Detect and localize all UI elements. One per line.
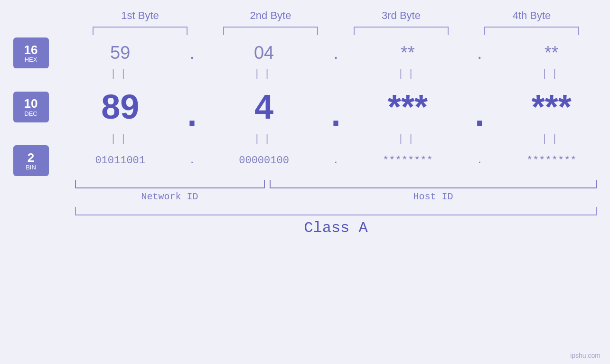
dec-label-box: 10 DEC — [13, 92, 49, 122]
hex-value-1: 59 — [68, 43, 172, 63]
equals-row-2: || || || || — [0, 133, 610, 145]
dec-value-2: 4 — [212, 87, 316, 126]
full-bracket-row — [75, 207, 597, 215]
hex-row: 16 HEX 59 . 04 . ** . ** — [0, 37, 610, 68]
dec-value-3: *** — [356, 87, 460, 126]
bin-label-base: BIN — [26, 164, 36, 170]
equals-7: || — [356, 133, 460, 145]
bottom-bracket-row — [75, 180, 597, 188]
bin-label-box: 2 BIN — [13, 145, 49, 176]
dec-dot-1: . — [185, 80, 199, 133]
hex-values-area: 59 . 04 . ** . ** — [62, 43, 610, 63]
dec-value-4: *** — [499, 87, 604, 126]
bracket-4 — [484, 27, 579, 35]
equals-4: || — [499, 68, 604, 80]
host-bracket — [270, 180, 597, 188]
bin-value-3: ******** — [356, 155, 460, 167]
equals-area-2: || || || || — [62, 133, 610, 145]
hex-label-box: 16 HEX — [13, 37, 49, 68]
hex-dot-2: . — [328, 43, 343, 63]
equals-3: || — [356, 68, 460, 80]
network-bracket — [75, 180, 265, 188]
hex-dot-3: . — [472, 43, 487, 63]
main-container: 1st Byte 2nd Byte 3rd Byte 4th Byte 16 H… — [0, 0, 610, 364]
bin-row: 2 BIN 01011001 . 00000100 . ******** . *… — [0, 145, 610, 176]
dec-row: 10 DEC 89 . 4 . *** . *** — [0, 80, 610, 133]
host-id-label: Host ID — [270, 191, 597, 202]
dec-values-area: 89 . 4 . *** . *** — [62, 80, 610, 133]
bracket-1 — [93, 27, 188, 35]
hex-value-4: ** — [499, 43, 604, 63]
top-bracket-row — [75, 27, 597, 35]
dec-dot-2: . — [328, 80, 343, 133]
byte-header-4: 4th Byte — [479, 9, 584, 22]
dec-label-container: 10 DEC — [0, 92, 62, 122]
bin-value-1: 01011001 — [68, 155, 172, 167]
bin-values-area: 01011001 . 00000100 . ******** . *******… — [62, 155, 610, 167]
class-label: Class A — [75, 219, 597, 237]
dec-label-base: DEC — [24, 111, 37, 117]
hex-value-2: 04 — [212, 43, 316, 63]
byte-headers: 1st Byte 2nd Byte 3rd Byte 4th Byte — [75, 9, 597, 22]
id-labels-row: Network ID Host ID — [75, 191, 597, 202]
bin-label-container: 2 BIN — [0, 145, 62, 176]
hex-label-base: HEX — [25, 56, 38, 63]
bin-label-number: 2 — [28, 151, 34, 165]
byte-header-1: 1st Byte — [88, 9, 192, 22]
hex-label-container: 16 HEX — [0, 37, 62, 68]
dec-dot-3: . — [472, 80, 487, 133]
equals-1: || — [68, 68, 172, 80]
bin-dot-1: . — [185, 155, 199, 167]
bracket-3 — [354, 27, 449, 35]
bracket-2 — [223, 27, 318, 35]
equals-2: || — [212, 68, 316, 80]
hex-dot-1: . — [185, 43, 199, 63]
hex-value-3: ** — [356, 43, 460, 63]
byte-header-3: 3rd Byte — [349, 9, 453, 22]
equals-8: || — [499, 133, 604, 145]
bin-value-4: ******** — [499, 155, 604, 167]
byte-header-2: 2nd Byte — [218, 9, 323, 22]
dec-label-number: 10 — [24, 97, 38, 111]
equals-5: || — [68, 133, 172, 145]
hex-label-number: 16 — [24, 43, 38, 57]
equals-row-1: || || || || — [0, 68, 610, 80]
bin-dot-2: . — [328, 155, 343, 167]
bin-value-2: 00000100 — [212, 155, 316, 167]
watermark: ipshu.com — [570, 352, 601, 359]
equals-6: || — [212, 133, 316, 145]
full-bracket — [75, 207, 597, 215]
dec-value-1: 89 — [68, 87, 172, 126]
equals-area-1: || || || || — [62, 68, 610, 80]
network-id-label: Network ID — [75, 191, 265, 202]
bin-dot-3: . — [472, 155, 487, 167]
